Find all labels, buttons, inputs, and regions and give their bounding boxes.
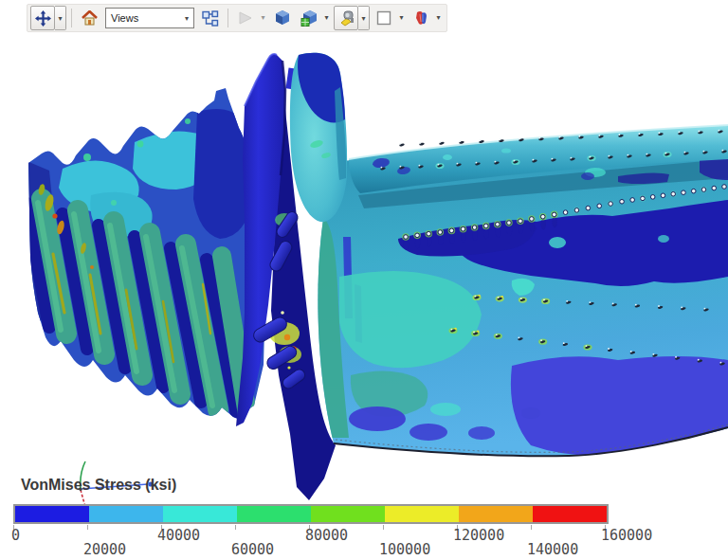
light-icon — [337, 9, 355, 27]
play-dropdown-caret: ▾ — [258, 6, 268, 28]
shaded-cube-icon — [300, 9, 318, 27]
display-style-group: ▾ — [297, 6, 332, 30]
stress-model-icon — [412, 9, 430, 27]
display-style-button[interactable] — [297, 6, 321, 30]
legend-segment — [89, 506, 163, 522]
legend-segment — [237, 506, 311, 522]
play-icon — [238, 10, 253, 26]
legend-title: VonMises Stress (ksi) — [21, 477, 176, 494]
lighting-button[interactable] — [334, 6, 358, 30]
model-tree-icon — [202, 10, 219, 27]
home-icon — [82, 10, 98, 26]
pan-button[interactable] — [30, 6, 55, 30]
legend-segment — [533, 506, 607, 522]
application-window: ▾ Views ▾ — [0, 0, 728, 560]
views-combobox-caret[interactable]: ▾ — [180, 9, 193, 27]
pan-arrows-icon — [35, 10, 51, 27]
model-tree-button[interactable] — [198, 6, 223, 30]
views-combobox-value: Views — [106, 12, 180, 24]
play-button — [233, 6, 258, 30]
legend-segment — [385, 506, 459, 522]
home-view-button[interactable] — [77, 6, 101, 30]
background-color-button[interactable] — [372, 6, 396, 30]
background-color-group: ▾ — [372, 6, 407, 30]
background-color-caret[interactable]: ▾ — [396, 6, 407, 28]
legend-segment — [15, 506, 89, 522]
blade-airfoil — [290, 53, 728, 457]
pan-button-group: ▾ — [30, 6, 66, 30]
view-toolbar: ▾ Views ▾ — [27, 4, 447, 32]
legend-colorbar — [13, 504, 609, 524]
lighting-caret[interactable]: ▾ — [358, 6, 370, 30]
toolbar-separator — [228, 9, 228, 27]
results-display-button[interactable] — [409, 6, 433, 30]
cube-icon — [274, 9, 291, 27]
legend-segment — [163, 506, 237, 522]
results-display-caret[interactable]: ▾ — [433, 6, 444, 28]
play-button-group: ▾ — [233, 6, 268, 30]
legend-segment — [459, 506, 533, 522]
white-swatch-icon — [376, 10, 391, 26]
toolbar-separator — [71, 9, 72, 27]
isometric-view-button[interactable] — [270, 6, 295, 30]
results-display-group: ▾ — [409, 6, 444, 30]
lighting-group: ▾ — [334, 6, 370, 30]
display-style-caret[interactable]: ▾ — [321, 6, 332, 28]
legend-segment — [311, 506, 385, 522]
pan-dropdown-caret[interactable]: ▾ — [55, 6, 66, 30]
views-combobox[interactable]: Views ▾ — [105, 8, 194, 28]
blade-root-section — [19, 81, 275, 422]
